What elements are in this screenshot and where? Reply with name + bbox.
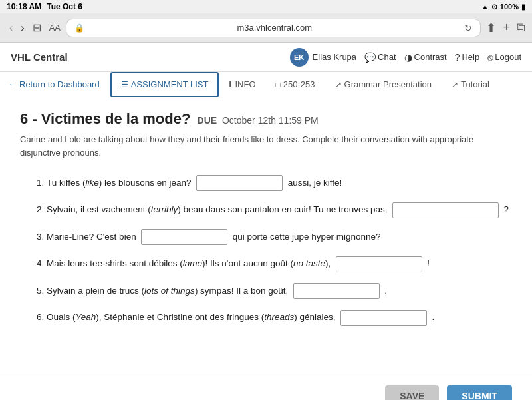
signal-icon: ▲ xyxy=(481,3,489,11)
submit-button[interactable]: SUBMIT xyxy=(447,385,512,400)
question-item: Ouais (Yeah), Stéphanie et Christine ont… xyxy=(47,309,512,325)
question-item: Marie-Line? C'est bien qui porte cette j… xyxy=(47,229,512,245)
battery-icon: ▮ xyxy=(521,3,525,11)
chat-icon: 💬 xyxy=(364,52,376,63)
app-header: VHL Central EK Elias Krupa 💬 Chat ◑ Cont… xyxy=(0,43,532,72)
lock-icon: 🔒 xyxy=(74,23,84,33)
answer-input-5[interactable] xyxy=(293,283,380,299)
reload-button[interactable]: ↻ xyxy=(464,23,472,33)
question-item: Mais leurs tee-shirts sont débiles (lame… xyxy=(47,256,512,272)
forward-button[interactable]: › xyxy=(18,21,27,35)
question-item: Tu kiffes (like) les blousons en jean? a… xyxy=(47,175,512,191)
logout-button[interactable]: ⎋ Logout xyxy=(487,52,521,63)
tabs-button[interactable]: ⧉ xyxy=(517,21,525,35)
instructions: Carine and Lolo are talking about how th… xyxy=(20,133,512,159)
answer-input-6[interactable] xyxy=(340,310,427,326)
answer-input-2[interactable] xyxy=(392,202,499,218)
chat-button[interactable]: 💬 Chat xyxy=(364,52,396,63)
url-text: m3a.vhlcentral.com xyxy=(88,23,460,33)
back-to-dashboard-link[interactable]: ← Return to Dashboard xyxy=(8,79,110,89)
share-button[interactable]: ⬆ xyxy=(486,21,496,35)
contrast-icon: ◑ xyxy=(404,52,412,63)
logout-icon: ⎋ xyxy=(487,52,493,63)
status-bar: 10:18 AM Tue Oct 6 ▲ ⊙ 100% ▮ xyxy=(0,0,532,13)
tab-assignment-list[interactable]: ☰ ASSIGNMENT LIST xyxy=(110,72,219,97)
due-date: DUE October 12th 11:59 PM xyxy=(195,115,319,126)
tab-info[interactable]: ℹ INFO xyxy=(219,72,265,97)
arrow-icon: ↗ xyxy=(335,80,342,89)
app-logo: VHL Central xyxy=(11,51,68,63)
book-icon: □ xyxy=(276,80,281,89)
aa-label: AA xyxy=(49,23,61,33)
questions-list: Tu kiffes (like) les blousons en jean? a… xyxy=(20,175,512,326)
battery-display: 100% xyxy=(500,3,519,11)
save-button[interactable]: SAVE xyxy=(385,385,439,400)
wifi-icon: ⊙ xyxy=(491,3,497,11)
answer-input-1[interactable] xyxy=(196,175,283,191)
answer-input-4[interactable] xyxy=(336,256,422,272)
nav-tabs: ← Return to Dashboard ☰ ASSIGNMENT LIST … xyxy=(0,72,532,97)
question-item: Sylvain a plein de trucs (lots of things… xyxy=(47,283,512,299)
question-item: Sylvain, il est vachement (terribly) bea… xyxy=(47,202,512,218)
info-icon: ℹ xyxy=(229,80,232,89)
user-name: Elias Krupa xyxy=(313,52,356,62)
url-bar[interactable]: 🔒 m3a.vhlcentral.com ↻ xyxy=(66,19,481,37)
tab-page-ref[interactable]: □ 250-253 xyxy=(266,72,325,97)
date-display: Tue Oct 6 xyxy=(47,2,82,11)
contrast-button[interactable]: ◑ Contrast xyxy=(404,52,447,63)
main-content: 6 - Victimes de la mode? DUE October 12t… xyxy=(0,97,532,377)
help-button[interactable]: ? Help xyxy=(455,52,480,63)
back-button[interactable]: ‹ xyxy=(7,21,15,35)
help-icon: ? xyxy=(455,52,460,63)
bookmarks-button[interactable]: ⊟ xyxy=(33,21,41,34)
avatar: EK xyxy=(290,48,309,67)
tab-grammar-presentation[interactable]: ↗ Grammar Presentation xyxy=(325,72,442,97)
time-display: 10:18 AM xyxy=(7,2,41,11)
assignment-title: 6 - Victimes de la mode? DUE October 12t… xyxy=(20,110,512,128)
tutorial-icon: ↗ xyxy=(452,80,458,89)
list-icon: ☰ xyxy=(121,80,128,89)
answer-input-3[interactable] xyxy=(141,229,227,245)
footer-actions: SAVE SUBMIT xyxy=(0,377,532,400)
browser-bar: ‹ › ⊟ AA 🔒 m3a.vhlcentral.com ↻ ⬆ + ⧉ xyxy=(0,13,532,43)
tab-tutorial[interactable]: ↗ Tutorial xyxy=(442,72,499,97)
back-arrow-icon: ← xyxy=(8,79,17,89)
add-tab-button[interactable]: + xyxy=(503,21,510,35)
